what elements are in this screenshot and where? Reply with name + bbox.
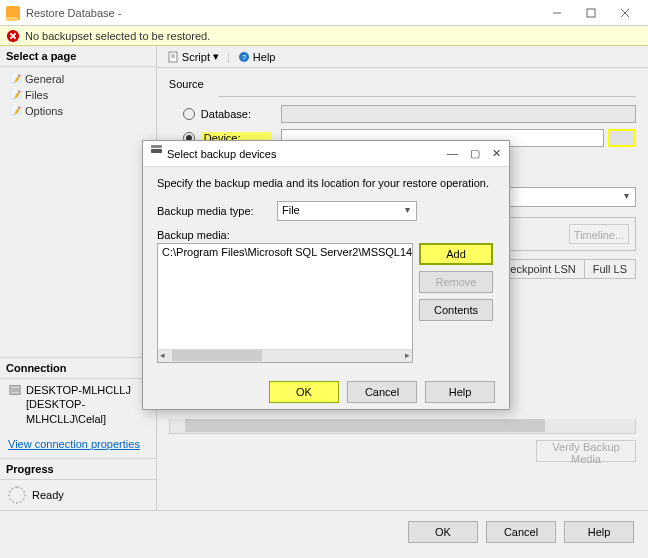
warning-bar: No backupset selected to be restored. xyxy=(0,26,648,46)
source-label: Source xyxy=(169,78,636,90)
svg-text:?: ? xyxy=(242,53,247,62)
main-help-button[interactable]: Help xyxy=(564,521,634,543)
modal-minimize-button[interactable]: — xyxy=(447,147,458,160)
source-database-radio[interactable] xyxy=(183,108,195,120)
modal-ok-button[interactable]: OK xyxy=(269,381,339,403)
svg-rect-8 xyxy=(10,391,21,395)
modal-titlebar: Select backup devices — ▢ ✕ xyxy=(143,141,509,167)
main-ok-button[interactable]: OK xyxy=(408,521,478,543)
source-database-row: Database: xyxy=(169,105,636,123)
browse-device-button[interactable] xyxy=(608,129,636,147)
app-icon xyxy=(6,6,20,20)
toolbar: Script ▾ | ? Help xyxy=(157,46,648,68)
modal-footer: OK Cancel Help xyxy=(143,373,509,411)
verify-backup-button: Verify Backup Media xyxy=(536,440,636,462)
window-title: Restore Database - xyxy=(26,7,540,19)
source-database-input xyxy=(281,105,636,123)
progress-status: Ready xyxy=(32,489,64,501)
page-general[interactable]: General xyxy=(0,71,156,87)
modal-help-button[interactable]: Help xyxy=(425,381,495,403)
progress-header: Progress xyxy=(0,459,156,480)
left-panel: Select a page General Files Options Conn… xyxy=(0,46,157,510)
media-list[interactable]: C:\Program Files\Microsoft SQL Server2\M… xyxy=(157,243,413,363)
help-icon: ? xyxy=(238,51,250,63)
modal-close-button[interactable]: ✕ xyxy=(492,147,501,160)
col-full: Full LS xyxy=(585,260,635,278)
script-icon xyxy=(167,51,179,63)
page-files[interactable]: Files xyxy=(0,87,156,103)
modal-title: Select backup devices xyxy=(167,148,447,160)
svg-rect-7 xyxy=(10,386,21,390)
titlebar: Restore Database - xyxy=(0,0,648,26)
server-icon xyxy=(8,383,22,397)
modal-description: Specify the backup media and its locatio… xyxy=(157,177,495,189)
help-button[interactable]: ? Help xyxy=(234,49,280,65)
page-options[interactable]: Options xyxy=(0,103,156,119)
main-cancel-button[interactable]: Cancel xyxy=(486,521,556,543)
progress-section: Progress Ready xyxy=(0,458,156,510)
contents-button[interactable]: Contents xyxy=(419,299,493,321)
modal-maximize-button[interactable]: ▢ xyxy=(470,147,480,160)
page-list: General Files Options xyxy=(0,67,156,123)
timeline-button: Timeline... xyxy=(569,224,629,244)
close-button[interactable] xyxy=(608,1,642,25)
connection-section: Connection DESKTOP-MLHCLLJ [DESKTOP-MLHC… xyxy=(0,357,156,458)
pages-header: Select a page xyxy=(0,46,156,67)
media-type-select[interactable]: File xyxy=(277,201,417,221)
warning-text: No backupset selected to be restored. xyxy=(25,30,210,42)
source-database-label: Database: xyxy=(201,108,271,120)
connection-header: Connection xyxy=(0,358,156,379)
maximize-button[interactable] xyxy=(574,1,608,25)
modal-cancel-button[interactable]: Cancel xyxy=(347,381,417,403)
svg-rect-1 xyxy=(587,9,595,17)
media-type-label: Backup media type: xyxy=(157,205,277,217)
media-list-hscroll[interactable] xyxy=(158,349,412,362)
remove-button: Remove xyxy=(419,271,493,293)
error-icon xyxy=(6,29,20,43)
grid-hscroll[interactable] xyxy=(169,419,636,434)
add-button[interactable]: Add xyxy=(419,243,493,265)
window-controls xyxy=(540,1,642,25)
minimize-button[interactable] xyxy=(540,1,574,25)
connection-user: [DESKTOP-MLHCLLJ\Celal] xyxy=(26,397,148,426)
select-backup-devices-dialog: Select backup devices — ▢ ✕ Specify the … xyxy=(142,140,510,410)
script-button[interactable]: Script ▾ xyxy=(163,48,223,65)
disk-icon xyxy=(151,149,162,153)
media-list-label: Backup media: xyxy=(157,229,495,241)
media-item[interactable]: C:\Program Files\Microsoft SQL Server2\M… xyxy=(158,244,412,260)
connection-server: DESKTOP-MLHCLLJ xyxy=(26,383,148,397)
main-footer: OK Cancel Help xyxy=(0,510,648,552)
view-connection-link[interactable]: View connection properties xyxy=(0,430,148,458)
progress-spinner-icon xyxy=(8,486,26,504)
